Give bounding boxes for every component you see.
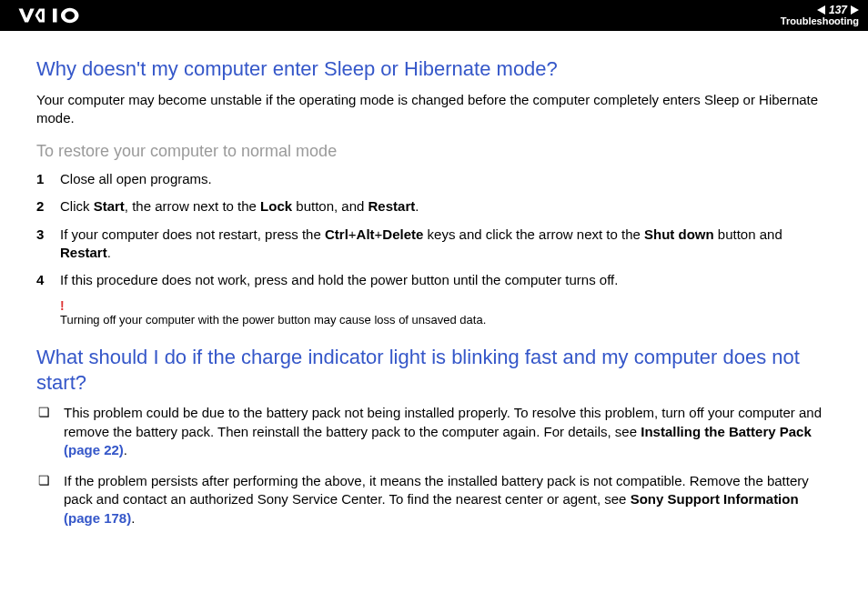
- step-item: 3 If your computer does not restart, pre…: [36, 226, 832, 263]
- content-area: Why doesn't my computer enter Sleep or H…: [0, 31, 868, 558]
- steps-list: 1 Close all open programs. 2 Click Start…: [36, 170, 832, 289]
- page-link[interactable]: (page 22): [64, 442, 124, 457]
- step-number: 3: [36, 226, 44, 244]
- nav-prev-icon[interactable]: [817, 5, 825, 15]
- question-1-title: Why doesn't my computer enter Sleep or H…: [36, 56, 832, 82]
- step-item: 4 If this procedure does not work, press…: [36, 271, 832, 289]
- step-text: If this procedure does not work, press a…: [60, 272, 618, 287]
- step-text: Click Start, the arrow next to the Lock …: [60, 198, 419, 214]
- page-number: 137: [829, 5, 847, 15]
- step-text: Close all open programs.: [60, 171, 212, 186]
- question-1-intro: Your computer may become unstable if the…: [36, 91, 832, 128]
- warning-icon: !: [60, 298, 832, 313]
- step-text: If your computer does not restart, press…: [60, 226, 782, 260]
- bullet-item: If the problem persists after performing…: [36, 472, 832, 528]
- header-bar: 137 Troubleshooting: [0, 0, 868, 31]
- section-title: Troubleshooting: [781, 16, 859, 26]
- header-right: 137 Troubleshooting: [781, 5, 859, 26]
- step-item: 1 Close all open programs.: [36, 170, 832, 188]
- svg-rect-0: [53, 9, 57, 23]
- step-number: 2: [36, 197, 44, 216]
- step-number: 4: [36, 271, 44, 289]
- step-number: 1: [36, 170, 44, 188]
- page-link[interactable]: (page 178): [64, 510, 131, 526]
- bullet-list: This problem could be due to the battery…: [36, 404, 832, 528]
- question-1-subhead: To restore your computer to normal mode: [36, 142, 832, 161]
- warning-text: Turning off your computer with the power…: [60, 313, 486, 327]
- vaio-logo: [16, 7, 116, 24]
- nav-next-icon[interactable]: [851, 5, 859, 15]
- bullet-item: This problem could be due to the battery…: [36, 404, 832, 459]
- step-item: 2 Click Start, the arrow next to the Loc…: [36, 197, 832, 216]
- question-2-title: What should I do if the charge indicator…: [36, 345, 832, 395]
- warning-note: ! Turning off your computer with the pow…: [60, 298, 832, 327]
- page-root: 137 Troubleshooting Why doesn't my compu…: [0, 0, 868, 613]
